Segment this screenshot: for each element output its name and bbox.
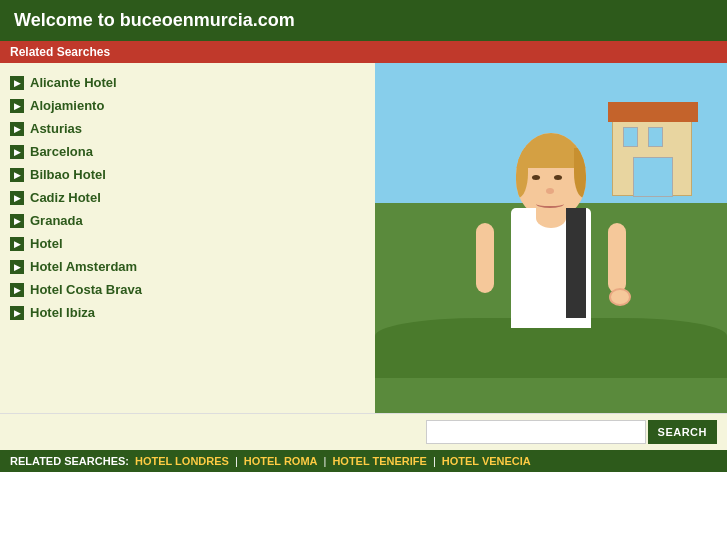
list-link-granada[interactable]: Granada bbox=[30, 213, 83, 228]
list-link-asturias[interactable]: Asturias bbox=[30, 121, 82, 136]
list-item: ▶ Asturias bbox=[10, 117, 365, 140]
arrow-icon: ▶ bbox=[10, 191, 24, 205]
list-link-bilbao-hotel[interactable]: Bilbao Hotel bbox=[30, 167, 106, 182]
list-item: ▶ Hotel Amsterdam bbox=[10, 255, 365, 278]
bottom-link-hotel-roma[interactable]: HOTEL ROMA bbox=[244, 455, 318, 467]
bottom-related-label: RELATED SEARCHES: bbox=[10, 455, 129, 467]
bottom-separator: | bbox=[235, 455, 238, 467]
left-list: ▶ Alicante Hotel ▶ Alojamiento ▶ Asturia… bbox=[0, 63, 375, 413]
list-item: ▶ Barcelona bbox=[10, 140, 365, 163]
bottom-related-searches: RELATED SEARCHES: HOTEL LONDRES|HOTEL RO… bbox=[0, 450, 727, 472]
list-item: ▶ Granada bbox=[10, 209, 365, 232]
backpack-strap bbox=[566, 208, 586, 318]
bottom-link-hotel-venecia[interactable]: HOTEL VENECIA bbox=[442, 455, 531, 467]
list-link-alicante-hotel[interactable]: Alicante Hotel bbox=[30, 75, 117, 90]
list-item: ▶ Cadiz Hotel bbox=[10, 186, 365, 209]
arrow-icon: ▶ bbox=[10, 76, 24, 90]
list-item: ▶ Hotel bbox=[10, 232, 365, 255]
arrow-icon: ▶ bbox=[10, 214, 24, 228]
related-searches-bar: Related Searches bbox=[0, 41, 727, 63]
list-link-hotel[interactable]: Hotel bbox=[30, 236, 63, 251]
search-links-list: ▶ Alicante Hotel ▶ Alojamiento ▶ Asturia… bbox=[10, 71, 365, 324]
person-hair bbox=[516, 133, 586, 168]
arrow-icon: ▶ bbox=[10, 260, 24, 274]
bottom-link-hotel-tenerife[interactable]: HOTEL TENERIFE bbox=[332, 455, 427, 467]
list-link-hotel-amsterdam[interactable]: Hotel Amsterdam bbox=[30, 259, 137, 274]
person-arm-left bbox=[476, 223, 494, 293]
bottom-link-hotel-londres[interactable]: HOTEL LONDRES bbox=[135, 455, 229, 467]
arrow-icon: ▶ bbox=[10, 99, 24, 113]
main-content: ▶ Alicante Hotel ▶ Alojamiento ▶ Asturia… bbox=[0, 63, 727, 413]
right-image-area bbox=[375, 63, 727, 413]
arrow-icon: ▶ bbox=[10, 122, 24, 136]
person-hand bbox=[609, 288, 631, 306]
related-searches-label: Related Searches bbox=[10, 45, 110, 59]
list-item: ▶ Alojamiento bbox=[10, 94, 365, 117]
list-link-alojamiento[interactable]: Alojamiento bbox=[30, 98, 104, 113]
page-header: Welcome to buceoenmurcia.com bbox=[0, 0, 727, 41]
header-title: Welcome to buceoenmurcia.com bbox=[14, 10, 295, 30]
person-head bbox=[516, 133, 586, 218]
arrow-icon: ▶ bbox=[10, 145, 24, 159]
arrow-icon: ▶ bbox=[10, 306, 24, 320]
person-figure bbox=[471, 133, 631, 413]
list-link-hotel-ibiza[interactable]: Hotel Ibiza bbox=[30, 305, 95, 320]
bottom-separator: | bbox=[433, 455, 436, 467]
arrow-icon: ▶ bbox=[10, 168, 24, 182]
list-item: ▶ Alicante Hotel bbox=[10, 71, 365, 94]
arrow-icon: ▶ bbox=[10, 237, 24, 251]
list-item: ▶ Bilbao Hotel bbox=[10, 163, 365, 186]
list-link-hotel-costa-brava[interactable]: Hotel Costa Brava bbox=[30, 282, 142, 297]
list-item: ▶ Hotel Ibiza bbox=[10, 301, 365, 324]
search-input[interactable] bbox=[426, 420, 646, 444]
list-link-cadiz-hotel[interactable]: Cadiz Hotel bbox=[30, 190, 101, 205]
person-arm-right bbox=[608, 223, 626, 293]
list-link-barcelona[interactable]: Barcelona bbox=[30, 144, 93, 159]
arrow-icon: ▶ bbox=[10, 283, 24, 297]
list-item: ▶ Hotel Costa Brava bbox=[10, 278, 365, 301]
search-bar-area: SEARCH bbox=[0, 413, 727, 450]
bottom-separator: | bbox=[324, 455, 327, 467]
search-button[interactable]: SEARCH bbox=[648, 420, 717, 444]
hero-illustration bbox=[375, 63, 727, 413]
